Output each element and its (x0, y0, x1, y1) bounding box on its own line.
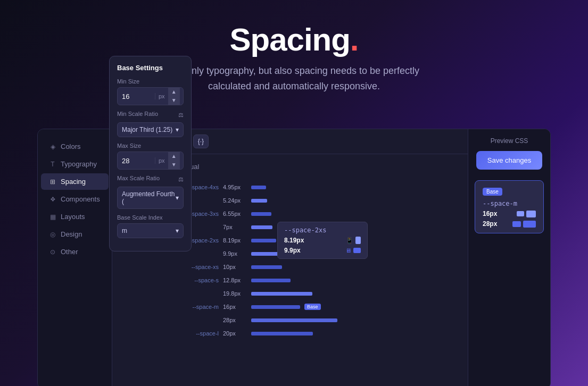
hero-title: Spacing. (11, 21, 577, 58)
typography-icon: T (49, 161, 56, 168)
min-scale-label: Min Scale Ratio (117, 111, 158, 117)
sidebar-item-typography[interactable]: T Typography (41, 156, 109, 172)
desktop-icon (512, 221, 521, 227)
base-index-arrow: ▾ (176, 227, 179, 234)
min-size-label: Min Size (117, 78, 184, 85)
base-index-label: Base Scale Index (117, 214, 184, 221)
tooltip-space-m: Base --space-m 16px 28px (475, 180, 544, 233)
sidebar-item-layouts[interactable]: ▦ Layouts (41, 208, 109, 225)
max-size-decrement[interactable]: ▼ (168, 161, 180, 169)
hero-dot: . (350, 22, 359, 57)
code-button[interactable]: {·} (193, 135, 209, 148)
space-row-m-b: 28px (173, 315, 460, 325)
sidebar-item-other[interactable]: ⊙ Other (41, 244, 109, 260)
space-row-m: --space-m 16px Base (173, 301, 460, 312)
max-scale-icon: ⚖ (178, 176, 184, 183)
min-size-increment[interactable]: ▲ (168, 88, 180, 96)
mobile-icon (517, 211, 524, 216)
space-row-3xs: --space-3xs 6.55px (173, 208, 460, 219)
sidebar: ◈ Colors T Typography ⊞ Spacing ❖ Compon… (38, 129, 112, 386)
min-size-input-wrapper: px ▲ ▼ (117, 87, 184, 105)
base-index-select[interactable]: m ▾ (117, 223, 184, 238)
space-row-xs: --space-xs 10px (173, 262, 460, 272)
base-settings-panel: Base Settings Min Size px ▲ ▼ Min Scale … (109, 56, 192, 251)
min-scale-icon: ⚖ (178, 112, 184, 119)
space-row-s-b: 19.8px (173, 288, 460, 299)
min-size-input[interactable] (118, 89, 155, 104)
desktop-bar-icon (353, 248, 361, 253)
space-row-4xs: --space-4xs 4.95px (173, 182, 460, 192)
space-row-l: --space-l 20px (173, 328, 460, 339)
max-size-input[interactable] (118, 154, 155, 168)
space-row-4xs-b: 5.24px (173, 195, 460, 206)
min-scale-arrow: ▾ (176, 126, 179, 133)
hero-title-text: Spacing (229, 22, 350, 57)
components-icon: ❖ (49, 196, 56, 203)
tooltip-space-2xs: --space-2xs 8.19px 📱 9.9px 🖥 (277, 222, 368, 259)
other-icon: ⊙ (49, 248, 56, 256)
preview-css-label: Preview CSS (491, 137, 528, 145)
right-panel: Preview CSS Save changes Base --space-m … (468, 129, 550, 386)
hero-section: Spacing. Not only typography, but also s… (0, 0, 588, 110)
min-scale-select[interactable]: Major Third (1.25) ▾ (117, 122, 184, 137)
mobile-bar (526, 211, 536, 217)
spacing-icon: ⊞ (49, 178, 56, 186)
space-row-s: --space-s 12.8px (173, 275, 460, 286)
max-scale-arrow: ▾ (176, 194, 179, 202)
desktop-bar (523, 221, 536, 228)
sidebar-item-colors[interactable]: ◈ Colors (41, 138, 109, 155)
layouts-icon: ▦ (49, 213, 56, 221)
min-size-stepper[interactable]: ▲ ▼ (168, 88, 180, 105)
mobile-bar-icon (355, 237, 361, 244)
max-size-stepper[interactable]: ▲ ▼ (168, 152, 180, 169)
save-changes-button[interactable]: Save changes (476, 151, 542, 170)
max-size-label: Max Size (117, 142, 184, 149)
max-scale-label: Max Scale Ratio (117, 175, 160, 181)
min-size-decrement[interactable]: ▼ (168, 96, 180, 105)
sidebar-item-design[interactable]: ◎ Design (41, 226, 109, 242)
colors-icon: ◈ (49, 143, 56, 150)
phone-icon-sm: 📱 (346, 237, 353, 244)
max-size-increment[interactable]: ▲ (168, 152, 180, 161)
sidebar-item-components[interactable]: ❖ Components (41, 191, 109, 207)
hero-subtitle: Not only typography, but also spacing ne… (11, 63, 577, 94)
panel-title: Base Settings (117, 64, 184, 72)
max-size-input-wrapper: px ▲ ▼ (117, 152, 184, 170)
sidebar-item-spacing[interactable]: ⊞ Spacing (41, 173, 109, 190)
design-icon: ◎ (49, 231, 56, 238)
max-scale-select[interactable]: Augmented Fourth ( ▾ (117, 187, 184, 209)
monitor-icon-sm: 🖥 (345, 247, 351, 254)
